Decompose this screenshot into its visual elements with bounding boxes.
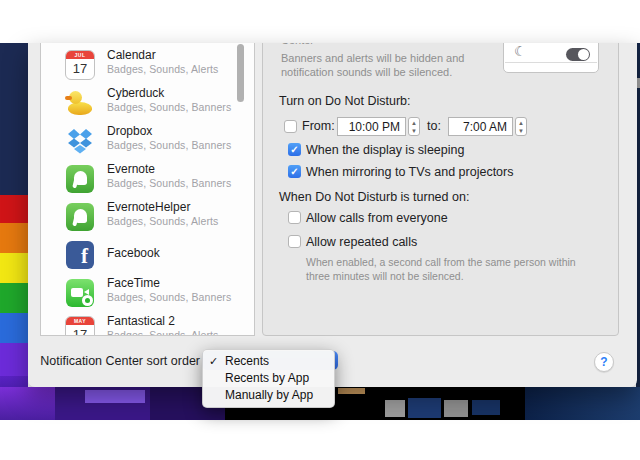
when-dnd-on-label: When Do Not Disturb is turned on: <box>279 190 469 204</box>
clipped-text: Center <box>281 43 314 47</box>
app-row-facebook[interactable]: f Facebook <box>41 236 254 274</box>
to-time-field[interactable]: 7:00 AM <box>448 117 513 136</box>
stepper-down-icon[interactable]: ▼ <box>518 128 524 134</box>
toggle-knob <box>578 49 589 60</box>
evernote-icon <box>65 164 95 194</box>
app-name: Dropbox <box>107 124 152 138</box>
wallpaper-band-purple <box>0 343 28 376</box>
app-name: Fantastical 2 <box>107 314 175 328</box>
wallpaper-band-yellow <box>0 253 28 283</box>
app-name: FaceTime <box>107 276 160 290</box>
app-name: Cyberduck <box>107 86 164 100</box>
app-subtitle: Badges, Sounds, Alerts <box>107 215 218 227</box>
display-sleeping-checkbox[interactable]: ✓ <box>288 143 301 156</box>
dnd-description: Banners and alerts will be hidden and no… <box>281 51 464 79</box>
from-label: From: <box>302 119 335 133</box>
duck-icon <box>65 88 95 118</box>
calendar-month: JUL <box>66 51 94 59</box>
wallpaper-bit <box>525 387 640 420</box>
from-time-stepper[interactable]: ▲ ▼ <box>408 117 420 136</box>
wallpaper-band-red <box>0 195 28 223</box>
facetime-icon <box>65 278 95 308</box>
calendar-icon: JUL17 <box>65 50 95 80</box>
card-divider <box>505 62 597 63</box>
check-icon: ✓ <box>209 353 218 370</box>
wallpaper-bit <box>408 398 441 418</box>
schedule-checkbox[interactable] <box>284 120 297 133</box>
calendar-day: 17 <box>66 325 94 336</box>
dropbox-icon <box>65 126 95 156</box>
evernote-icon <box>65 202 95 232</box>
to-time-stepper[interactable]: ▲ ▼ <box>515 117 527 136</box>
app-row-calendar[interactable]: JUL17 Calendar Badges, Sounds, Alerts <box>41 46 254 84</box>
repeated-calls-checkbox[interactable] <box>288 235 301 248</box>
app-name: Evernote <box>107 162 155 176</box>
wallpaper-bit <box>472 400 500 415</box>
repeated-calls-fine-print: When enabled, a second call from the sam… <box>306 256 576 283</box>
wallpaper-band-orange <box>0 223 28 253</box>
app-row-dropbox[interactable]: Dropbox Badges, Sounds, Banners <box>41 122 254 160</box>
wallpaper-bit <box>385 400 405 417</box>
help-button[interactable]: ? <box>594 352 614 372</box>
app-name: EvernoteHelper <box>107 200 190 214</box>
menu-item-recents-by-app[interactable]: Recents by App <box>203 370 334 387</box>
app-subtitle: Badges, Sounds, Banners <box>107 177 231 189</box>
wallpaper-bit <box>85 390 145 403</box>
turn-on-dnd-label: Turn on Do Not Disturb: <box>279 94 411 108</box>
calendar-month: MAY <box>66 317 94 325</box>
wallpaper-band-green <box>0 283 28 313</box>
repeated-calls-label: Allow repeated calls <box>306 235 417 249</box>
wallpaper-bit <box>338 388 365 394</box>
app-subtitle: Badges, Sounds, Banners <box>107 291 231 303</box>
app-subtitle: Badges, Sounds, Banners <box>107 101 231 113</box>
stepper-up-icon[interactable]: ▲ <box>518 120 524 126</box>
display-sleeping-label: When the display is sleeping <box>306 143 464 157</box>
app-row-facetime[interactable]: FaceTime Badges, Sounds, Banners <box>41 274 254 312</box>
app-subtitle: Badges, Sounds, Alerts <box>107 329 218 336</box>
app-row-fantastical[interactable]: MAY17 Fantastical 2 Badges, Sounds, Aler… <box>41 312 254 336</box>
do-not-disturb-panel: Center Banners and alerts will be hidden… <box>262 43 619 336</box>
wallpaper-band-blue <box>0 313 28 343</box>
wallpaper-bit <box>0 387 55 420</box>
app-name: Facebook <box>107 246 160 260</box>
stepper-up-icon[interactable]: ▲ <box>411 120 417 126</box>
to-label: to: <box>427 119 441 133</box>
moon-icon: ☾ <box>514 43 527 59</box>
calendar-day: 17 <box>66 59 94 78</box>
allow-calls-label: Allow calls from everyone <box>306 211 448 225</box>
app-row-evernote[interactable]: Evernote Badges, Sounds, Banners <box>41 160 254 198</box>
sidebar-scrollbar[interactable] <box>237 44 244 102</box>
notifications-app-list: JUL17 Calendar Badges, Sounds, Alerts Cy… <box>40 43 255 336</box>
from-time-field[interactable]: 10:00 PM <box>337 117 406 136</box>
calendar-icon: MAY17 <box>65 316 95 336</box>
app-row-cyberduck[interactable]: Cyberduck Badges, Sounds, Banners <box>41 84 254 122</box>
menu-item-manually-by-app[interactable]: Manually by App <box>203 387 334 404</box>
menu-item-recents[interactable]: ✓ Recents <box>203 353 334 370</box>
dnd-toggle[interactable] <box>566 48 590 61</box>
app-row-evernotehelper[interactable]: EvernoteHelper Badges, Sounds, Alerts <box>41 198 254 236</box>
wallpaper-band-navy <box>0 43 28 195</box>
wallpaper-bit <box>444 400 468 417</box>
dnd-preview-card: ☾ <box>503 43 599 73</box>
stepper-down-icon[interactable]: ▼ <box>411 128 417 134</box>
app-subtitle: Badges, Sounds, Banners <box>107 139 231 151</box>
screenshot-canvas: JUL17 Calendar Badges, Sounds, Alerts Cy… <box>0 0 640 460</box>
app-subtitle: Badges, Sounds, Alerts <box>107 63 218 75</box>
app-name: Calendar <box>107 48 156 62</box>
allow-calls-checkbox[interactable] <box>288 211 301 224</box>
sort-order-menu: ✓ Recents Recents by App Manually by App <box>202 349 335 408</box>
mirroring-checkbox[interactable]: ✓ <box>288 165 301 178</box>
mirroring-label: When mirroring to TVs and projectors <box>306 165 514 179</box>
sort-order-label: Notification Center sort order <box>33 354 200 368</box>
system-preferences-notifications-window: JUL17 Calendar Badges, Sounds, Alerts Cy… <box>28 43 637 387</box>
facebook-icon: f <box>65 240 95 270</box>
